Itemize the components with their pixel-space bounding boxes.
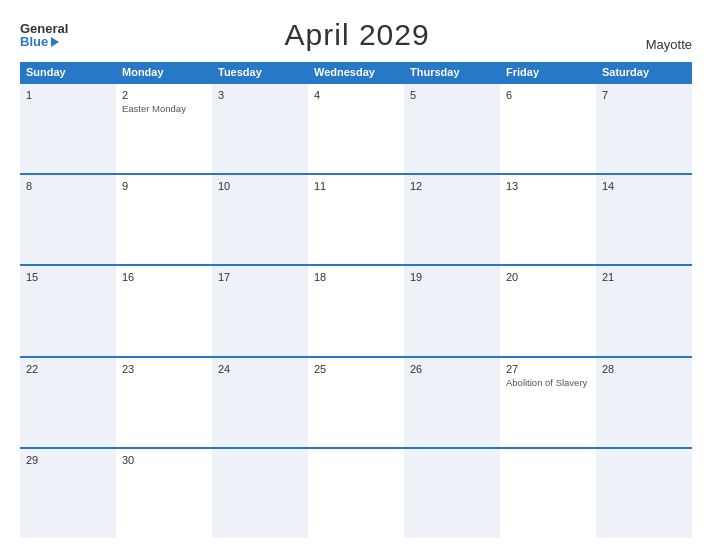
col-saturday: Saturday bbox=[596, 62, 692, 82]
day-number: 23 bbox=[122, 363, 206, 375]
cal-cell: 16 bbox=[116, 266, 212, 355]
day-number: 18 bbox=[314, 271, 398, 283]
day-number: 9 bbox=[122, 180, 206, 192]
day-number: 15 bbox=[26, 271, 110, 283]
cal-cell: 19 bbox=[404, 266, 500, 355]
day-number: 5 bbox=[410, 89, 494, 101]
col-friday: Friday bbox=[500, 62, 596, 82]
cal-cell: 27Abolition of Slavery bbox=[500, 358, 596, 447]
day-number: 22 bbox=[26, 363, 110, 375]
cal-cell: 4 bbox=[308, 84, 404, 173]
cal-cell: 2Easter Monday bbox=[116, 84, 212, 173]
cal-cell: 21 bbox=[596, 266, 692, 355]
day-number: 16 bbox=[122, 271, 206, 283]
cal-cell: 26 bbox=[404, 358, 500, 447]
cal-cell: 13 bbox=[500, 175, 596, 264]
cal-cell: 25 bbox=[308, 358, 404, 447]
day-event: Abolition of Slavery bbox=[506, 377, 590, 389]
cal-cell bbox=[500, 449, 596, 538]
cal-cell bbox=[596, 449, 692, 538]
cal-cell: 11 bbox=[308, 175, 404, 264]
day-number: 26 bbox=[410, 363, 494, 375]
cal-cell: 5 bbox=[404, 84, 500, 173]
week-1: 12Easter Monday34567 bbox=[20, 82, 692, 173]
day-number: 27 bbox=[506, 363, 590, 375]
cal-cell: 6 bbox=[500, 84, 596, 173]
cal-cell: 22 bbox=[20, 358, 116, 447]
cal-cell: 15 bbox=[20, 266, 116, 355]
week-5: 2930 bbox=[20, 447, 692, 538]
logo: General Blue bbox=[20, 22, 68, 48]
cal-cell: 1 bbox=[20, 84, 116, 173]
cal-cell bbox=[404, 449, 500, 538]
cal-cell: 28 bbox=[596, 358, 692, 447]
col-monday: Monday bbox=[116, 62, 212, 82]
col-wednesday: Wednesday bbox=[308, 62, 404, 82]
day-number: 4 bbox=[314, 89, 398, 101]
day-event: Easter Monday bbox=[122, 103, 206, 115]
calendar-title: April 2029 bbox=[285, 18, 430, 52]
day-number: 19 bbox=[410, 271, 494, 283]
cal-cell: 30 bbox=[116, 449, 212, 538]
cal-cell: 18 bbox=[308, 266, 404, 355]
day-number: 7 bbox=[602, 89, 686, 101]
day-number: 21 bbox=[602, 271, 686, 283]
day-number: 10 bbox=[218, 180, 302, 192]
cal-cell: 20 bbox=[500, 266, 596, 355]
day-number: 13 bbox=[506, 180, 590, 192]
cal-cell: 8 bbox=[20, 175, 116, 264]
cal-cell bbox=[308, 449, 404, 538]
day-number: 6 bbox=[506, 89, 590, 101]
col-sunday: Sunday bbox=[20, 62, 116, 82]
cal-cell: 29 bbox=[20, 449, 116, 538]
page: General Blue April 2029 Mayotte Sunday M… bbox=[0, 0, 712, 550]
week-2: 891011121314 bbox=[20, 173, 692, 264]
day-number: 20 bbox=[506, 271, 590, 283]
day-number: 11 bbox=[314, 180, 398, 192]
calendar: Sunday Monday Tuesday Wednesday Thursday… bbox=[20, 62, 692, 538]
cal-cell: 3 bbox=[212, 84, 308, 173]
day-number: 29 bbox=[26, 454, 110, 466]
logo-blue-text: Blue bbox=[20, 35, 68, 48]
day-number: 1 bbox=[26, 89, 110, 101]
cal-cell: 10 bbox=[212, 175, 308, 264]
col-thursday: Thursday bbox=[404, 62, 500, 82]
day-number: 8 bbox=[26, 180, 110, 192]
cal-cell: 23 bbox=[116, 358, 212, 447]
day-number: 14 bbox=[602, 180, 686, 192]
col-tuesday: Tuesday bbox=[212, 62, 308, 82]
cal-cell: 17 bbox=[212, 266, 308, 355]
week-4: 222324252627Abolition of Slavery28 bbox=[20, 356, 692, 447]
logo-triangle-icon bbox=[51, 37, 59, 47]
cal-cell: 7 bbox=[596, 84, 692, 173]
day-number: 2 bbox=[122, 89, 206, 101]
calendar-body: 12Easter Monday3456789101112131415161718… bbox=[20, 82, 692, 538]
day-number: 28 bbox=[602, 363, 686, 375]
day-number: 3 bbox=[218, 89, 302, 101]
cal-cell bbox=[212, 449, 308, 538]
week-3: 15161718192021 bbox=[20, 264, 692, 355]
day-number: 30 bbox=[122, 454, 206, 466]
day-number: 17 bbox=[218, 271, 302, 283]
day-number: 12 bbox=[410, 180, 494, 192]
day-number: 24 bbox=[218, 363, 302, 375]
calendar-header: Sunday Monday Tuesday Wednesday Thursday… bbox=[20, 62, 692, 82]
cal-cell: 9 bbox=[116, 175, 212, 264]
cal-cell: 14 bbox=[596, 175, 692, 264]
cal-cell: 24 bbox=[212, 358, 308, 447]
region-label: Mayotte bbox=[646, 37, 692, 52]
header: General Blue April 2029 Mayotte bbox=[20, 18, 692, 52]
cal-cell: 12 bbox=[404, 175, 500, 264]
day-number: 25 bbox=[314, 363, 398, 375]
